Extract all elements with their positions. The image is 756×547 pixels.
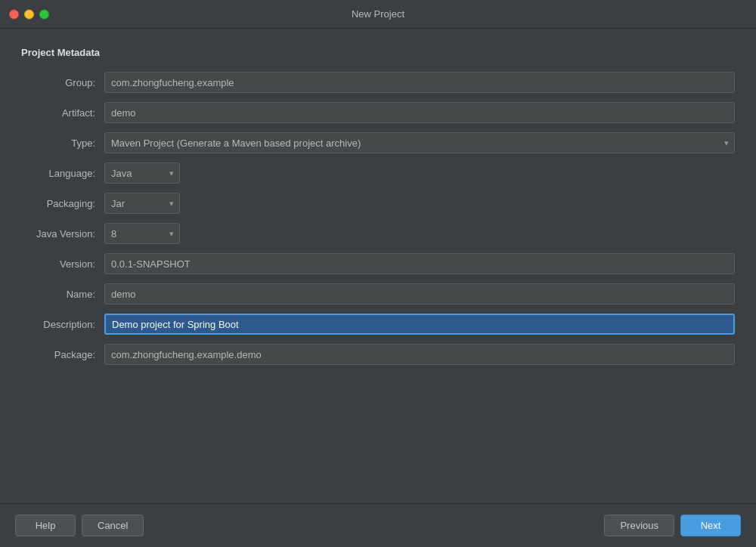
artifact-label: Artifact: xyxy=(21,107,104,119)
language-select[interactable]: Java Kotlin Groovy xyxy=(104,162,180,184)
type-label: Type: xyxy=(21,138,104,149)
java-version-label: Java Version: xyxy=(21,228,104,240)
package-input[interactable] xyxy=(104,344,735,365)
description-label: Description: xyxy=(21,319,104,330)
help-button[interactable]: Help xyxy=(15,515,76,536)
form-grid: Group: Artifact: Type: Maven Project (Ge… xyxy=(21,72,735,365)
group-label: Group: xyxy=(21,77,104,88)
java-version-select-wrapper: 8 11 17 xyxy=(104,223,180,244)
java-version-select[interactable]: 8 11 17 xyxy=(104,223,180,244)
language-row: Java Kotlin Groovy xyxy=(104,162,735,184)
title-bar: New Project xyxy=(0,0,756,29)
footer-right: Previous Next xyxy=(604,515,741,536)
previous-button[interactable]: Previous xyxy=(604,515,674,536)
version-input[interactable] xyxy=(104,253,735,274)
type-select-wrapper: Maven Project (Generate a Maven based pr… xyxy=(104,132,735,153)
maximize-button[interactable] xyxy=(39,9,49,19)
footer: Help Cancel Previous Next xyxy=(0,503,756,547)
minimize-button[interactable] xyxy=(24,9,34,19)
artifact-input[interactable] xyxy=(104,102,735,123)
version-label: Version: xyxy=(21,258,104,270)
section-title: Project Metadata xyxy=(21,47,735,58)
footer-left: Help Cancel xyxy=(15,515,144,536)
description-input[interactable] xyxy=(104,314,735,335)
name-input[interactable] xyxy=(104,283,735,304)
packaging-select[interactable]: Jar War xyxy=(104,193,180,214)
next-button[interactable]: Next xyxy=(680,515,741,536)
window-title: New Project xyxy=(352,8,404,20)
type-select[interactable]: Maven Project (Generate a Maven based pr… xyxy=(104,132,735,153)
close-button[interactable] xyxy=(9,9,19,19)
main-content: Project Metadata Group: Artifact: Type: … xyxy=(0,29,756,380)
package-label: Package: xyxy=(21,349,104,360)
packaging-label: Packaging: xyxy=(21,198,104,209)
name-label: Name: xyxy=(21,289,104,300)
packaging-select-wrapper: Jar War xyxy=(104,193,180,214)
group-input[interactable] xyxy=(104,72,735,93)
cancel-button[interactable]: Cancel xyxy=(82,515,144,536)
language-select-wrapper: Java Kotlin Groovy xyxy=(104,162,180,184)
packaging-row: Jar War xyxy=(104,193,735,214)
traffic-lights xyxy=(9,9,49,19)
java-version-row: 8 11 17 xyxy=(104,223,735,244)
language-label: Language: xyxy=(21,168,104,179)
